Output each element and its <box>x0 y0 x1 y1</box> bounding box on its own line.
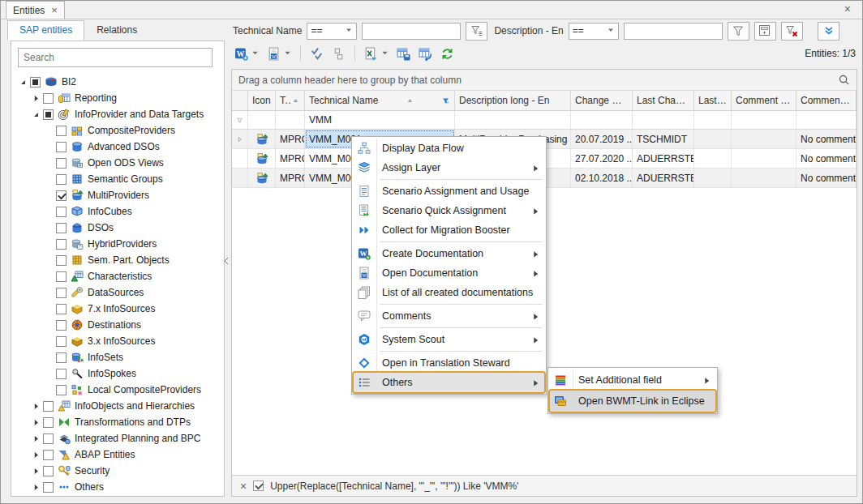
tree-checkbox[interactable] <box>56 255 67 266</box>
cell-icon[interactable] <box>248 169 276 187</box>
tree-checkbox[interactable] <box>56 158 67 169</box>
tree-collapsed-icon[interactable] <box>31 482 41 493</box>
tab-sap-entities[interactable]: SAP entities <box>7 20 84 41</box>
cell-type[interactable]: MPRO <box>276 130 305 148</box>
tree-checkbox[interactable] <box>56 207 67 217</box>
tree-item[interactable]: HybridProviders <box>16 236 222 252</box>
cell-comment-count[interactable] <box>732 149 796 168</box>
cell-change-date[interactable]: 27.07.2020 ... <box>571 149 633 168</box>
tab-close-icon[interactable]: × <box>51 5 58 15</box>
tree-checkbox[interactable] <box>43 93 54 104</box>
save-layout-icon[interactable] <box>393 43 414 64</box>
search-magnifier-icon[interactable] <box>838 74 850 86</box>
cell-icon[interactable] <box>248 149 276 168</box>
dropdown-arrow-icon[interactable] <box>381 48 389 59</box>
menu-item-others[interactable]: Others <box>354 373 544 392</box>
tree-item[interactable]: Characteristics <box>16 268 222 284</box>
menu-item-scenario-quick-assignment[interactable]: Scenario Quick Assignment <box>354 201 544 220</box>
menu-item-scenario-assignment-and-usage[interactable]: Scenario Assignment and Usage <box>354 182 544 201</box>
tree-checkbox[interactable] <box>43 401 54 412</box>
filter-cell[interactable] <box>455 111 571 129</box>
load-layout-icon[interactable] <box>415 43 436 64</box>
row-expander[interactable] <box>232 130 248 148</box>
filter-enabled-checkbox[interactable] <box>253 481 264 491</box>
tree-item[interactable]: CompositeProviders <box>16 122 222 139</box>
tree-item[interactable]: Reporting <box>16 90 222 106</box>
tree-item[interactable]: Transformations and DTPs <box>16 414 222 430</box>
tree-checkbox[interactable] <box>56 336 67 347</box>
tree-item[interactable]: Others <box>16 479 222 495</box>
tree-collapsed-icon[interactable] <box>31 450 41 460</box>
cell-last-changed-by[interactable]: TSCHMIDT <box>633 130 694 148</box>
tree-checkbox[interactable] <box>56 385 67 395</box>
tree-checkbox[interactable] <box>56 223 67 233</box>
filter-expression[interactable]: Upper(Replace([Technical Name], "'_'", "… <box>270 481 518 492</box>
menu-item-open-bwmt-link-in-eclipse[interactable]: Open BWMT-Link in Eclipse <box>550 391 715 412</box>
tree-item[interactable]: 7.x InfoSources <box>16 301 222 317</box>
filter-set-icon[interactable] <box>466 22 487 41</box>
menu-item-assign-layer[interactable]: Assign Layer <box>354 158 544 177</box>
dropdown-arrow-icon[interactable] <box>251 48 259 59</box>
tree-checkbox[interactable] <box>56 239 67 250</box>
tree-collapsed-icon[interactable] <box>31 93 41 104</box>
menu-item-list-of-all-created-documentations[interactable]: List of all created documentations <box>354 283 544 302</box>
tree-checkbox[interactable] <box>56 190 67 201</box>
filter-cell[interactable] <box>571 111 633 129</box>
tree-item[interactable]: Local CompositeProviders <box>16 382 222 398</box>
tree-expanded-icon[interactable] <box>31 109 41 120</box>
menu-item-display-data-flow[interactable]: Display Data Flow <box>354 139 544 158</box>
column-header-description-long-en[interactable]: Description long - En <box>455 91 571 110</box>
menu-item-open-documentation[interactable]: WOpen Documentation <box>354 263 544 283</box>
search-input[interactable] <box>18 48 213 67</box>
filter-cell[interactable] <box>248 111 276 129</box>
row-filter-icon[interactable] <box>232 111 248 129</box>
tree-item[interactable]: ABAP Entities <box>16 446 222 463</box>
cell-last-doc[interactable] <box>694 149 732 168</box>
technical-name-operator-select[interactable]: == <box>307 23 357 40</box>
tree-checkbox[interactable] <box>56 126 67 136</box>
tree-checkbox[interactable] <box>43 450 54 460</box>
tree-checkbox[interactable] <box>43 482 54 493</box>
filter-cell[interactable] <box>694 111 732 129</box>
tree-checkbox[interactable] <box>43 466 54 476</box>
tree-checkbox[interactable] <box>30 77 41 88</box>
cell-comment-count[interactable] <box>732 130 796 148</box>
tree-checkbox[interactable] <box>56 174 67 185</box>
cell-change-date[interactable]: 02.10.2018 ... <box>571 169 633 187</box>
column-header-last-change-[interactable]: Last Change... <box>633 91 694 110</box>
tree-checkbox[interactable] <box>56 352 67 363</box>
cell-comment-status[interactable]: No comment <box>796 169 857 187</box>
tree-collapsed-icon[interactable] <box>31 401 41 412</box>
cell-last-doc[interactable] <box>694 130 732 148</box>
column-header-icon[interactable]: Icon <box>248 91 276 110</box>
tree-collapsed-icon[interactable] <box>31 434 41 444</box>
tree-item[interactable]: Security <box>16 463 222 479</box>
window-close-icon[interactable]: × <box>844 3 851 15</box>
word-export-icon[interactable]: W <box>231 43 262 64</box>
tree-item[interactable]: InfoSets <box>16 349 222 365</box>
check-all-icon[interactable] <box>307 43 327 64</box>
collapse-splitter-icon[interactable] <box>223 254 230 268</box>
tree-item[interactable]: Destinations <box>16 317 222 333</box>
cell-last-changed-by[interactable]: ADUERRSTEIN <box>633 169 694 187</box>
excel-export-icon[interactable] <box>361 43 392 64</box>
tree-item[interactable]: Integrated Planning and BPC <box>16 430 222 446</box>
menu-item-create-documentation[interactable]: WCreate Documentation <box>354 244 544 263</box>
word-open-icon[interactable]: W <box>264 43 294 64</box>
tree-item[interactable]: InfoSpokes <box>16 365 222 382</box>
cell-last-changed-by[interactable]: ADUERRSTEIN <box>633 149 694 168</box>
tree-item[interactable]: DSOs <box>16 220 222 236</box>
tree-collapsed-icon[interactable] <box>31 417 41 428</box>
layout-picker-icon[interactable] <box>754 22 776 41</box>
filter-cell[interactable] <box>276 111 305 129</box>
menu-item-set-additional-field[interactable]: Set Additional field <box>550 369 715 391</box>
tree-collapsed-icon[interactable] <box>31 466 41 476</box>
cell-comment-count[interactable] <box>732 169 796 187</box>
column-header-comment-sta-[interactable]: Comment Sta... <box>796 91 857 110</box>
chevron-double-down-icon[interactable] <box>818 22 839 41</box>
menu-item-open-in-translation-steward[interactable]: Open in Translation Steward <box>354 353 544 373</box>
header-filter-icon[interactable] <box>441 96 450 105</box>
tree-checkbox[interactable] <box>56 369 67 379</box>
tree-item[interactable]: InfoProvider and Data Targets <box>16 106 222 122</box>
tree-item[interactable]: 3.x InfoSources <box>16 333 222 349</box>
